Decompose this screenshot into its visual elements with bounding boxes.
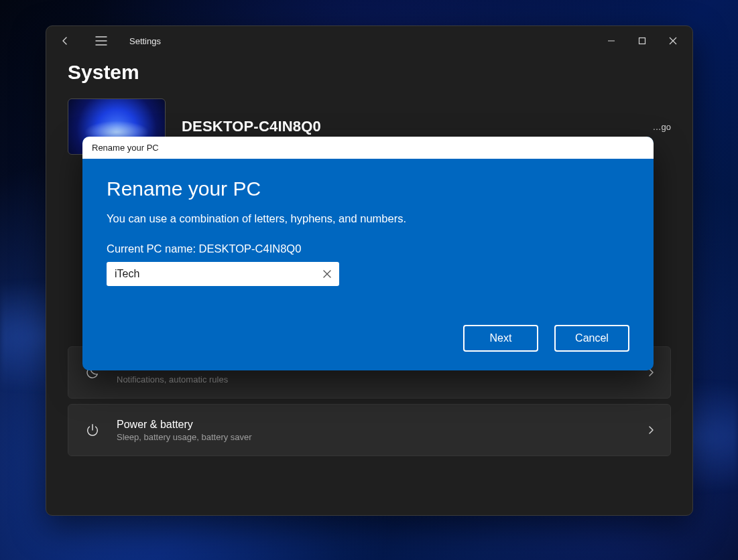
titlebar: Settings: [46, 26, 692, 56]
maximize-button[interactable]: [627, 30, 658, 52]
close-button[interactable]: [658, 30, 688, 52]
clear-input-icon[interactable]: [319, 266, 335, 282]
rename-pc-dialog: Rename your PC Rename your PC You can us…: [82, 137, 654, 370]
dialog-titlebar: Rename your PC: [82, 137, 654, 159]
device-name: DESKTOP-C4IN8Q0: [182, 118, 321, 135]
dialog-description: You can use a combination of letters, hy…: [107, 212, 629, 225]
minimize-button[interactable]: [596, 30, 627, 52]
pc-name-input[interactable]: [107, 262, 339, 286]
page-title: System: [68, 61, 671, 84]
cancel-button[interactable]: Cancel: [554, 325, 629, 352]
pc-name-input-wrap: [107, 262, 339, 286]
header-meta-partial: …go: [653, 122, 671, 132]
settings-card-power-battery[interactable]: Power & battery Sleep, battery usage, ba…: [68, 404, 671, 456]
hamburger-menu-icon[interactable]: [89, 30, 113, 52]
back-button[interactable]: [53, 30, 77, 52]
next-button[interactable]: Next: [463, 325, 538, 352]
chevron-right-icon: [646, 425, 656, 435]
card-title: Power & battery: [117, 419, 252, 431]
svg-rect-0: [639, 38, 645, 44]
card-subtitle: Sleep, battery usage, battery saver: [117, 432, 252, 442]
card-subtitle: Notifications, automatic rules: [117, 374, 228, 384]
dialog-heading: Rename your PC: [107, 178, 629, 200]
current-pc-name-label: Current PC name: DESKTOP-C4IN8Q0: [107, 242, 629, 255]
app-title: Settings: [129, 36, 161, 46]
power-icon: [83, 423, 102, 437]
